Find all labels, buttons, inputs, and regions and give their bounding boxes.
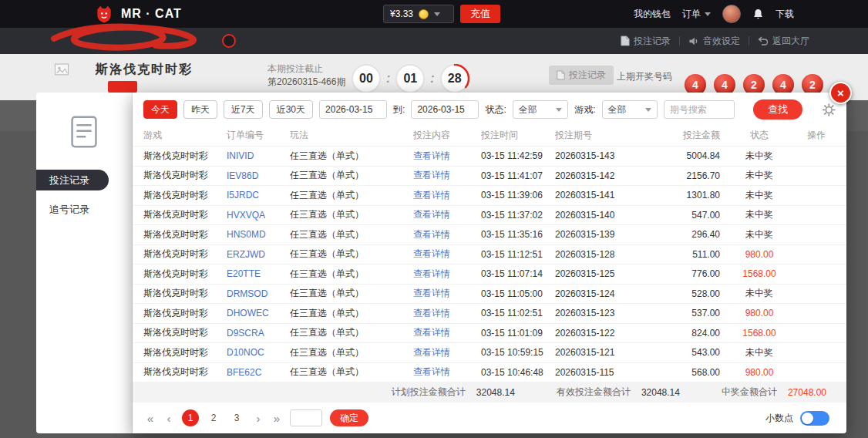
cell-view-details-link[interactable]: 查看详情: [413, 150, 481, 163]
cell-order-link[interactable]: I5JRDC: [227, 190, 290, 200]
deadline-label: 本期投注截止: [267, 62, 345, 76]
quick-range-button[interactable]: 昨天: [183, 100, 217, 119]
speaker-icon: [688, 36, 699, 46]
close-button[interactable]: ×: [829, 82, 852, 104]
cell-order-link[interactable]: DHOWEC: [227, 308, 290, 318]
cell-view-details-link[interactable]: 查看详情: [413, 248, 481, 261]
game-select[interactable]: 全部: [602, 100, 658, 119]
cell-amount: 296.40: [654, 229, 722, 240]
document-icon: [621, 35, 630, 46]
nav-bet-records-label: 投注记录: [634, 35, 671, 48]
table-row: 斯洛伐克时时彩 IEV86D 任三直选（单式） 查看详情 03-15 11:41…: [133, 166, 846, 186]
table-row: 斯洛伐克时时彩 DHOWEC 任三直选（单式） 查看详情 03-15 11:02…: [133, 303, 846, 323]
cell-status: 未中奖: [722, 189, 797, 202]
page-jump-input[interactable]: [290, 409, 322, 426]
cell-view-details-link[interactable]: 查看详情: [413, 366, 481, 379]
cell-game: 斯洛伐克时时彩: [143, 189, 227, 202]
date-to-input[interactable]: [411, 100, 479, 119]
cell-order-link[interactable]: IEV86D: [227, 170, 290, 181]
cell-order-link[interactable]: D10NOC: [227, 347, 290, 358]
cell-view-details-link[interactable]: 查看详情: [413, 326, 481, 339]
cell-time: 03-15 10:46:48: [481, 367, 555, 378]
cell-time: 03-15 11:07:14: [481, 268, 555, 279]
decimal-toggle[interactable]: [800, 411, 829, 426]
summary-win: 中奖金额合计 27048.00: [722, 386, 826, 399]
cell-time: 03-15 11:39:06: [481, 190, 555, 200]
download-link[interactable]: 下载: [775, 8, 794, 21]
cell-play: 任三直选（单式）: [290, 189, 413, 202]
cell-game: 斯洛伐克时时彩: [143, 248, 227, 261]
orders-dropdown[interactable]: 订单: [682, 8, 711, 21]
next-page-icon[interactable]: ›: [253, 412, 264, 425]
cell-view-details-link[interactable]: 查看详情: [413, 228, 481, 241]
cell-order-link[interactable]: HNS0MD: [227, 229, 290, 240]
page-button[interactable]: 1: [182, 409, 199, 426]
cat-logo-icon: [94, 4, 114, 24]
sub-nav: 投注记录 音效设定 返回大厅: [0, 28, 868, 54]
cell-order-link[interactable]: ERZJWD: [227, 249, 290, 260]
page-button[interactable]: 2: [205, 409, 222, 426]
first-page-icon[interactable]: «: [145, 412, 156, 425]
avatar[interactable]: [722, 5, 741, 23]
prev-page-icon[interactable]: ‹: [163, 412, 174, 425]
quick-range-button[interactable]: 近30天: [269, 100, 313, 119]
nav-circle-icon[interactable]: [222, 34, 236, 48]
cell-view-details-link[interactable]: 查看详情: [413, 346, 481, 359]
modal-sidebar: 投注记录 追号记录: [36, 93, 133, 433]
quick-range-button[interactable]: 今天: [143, 100, 177, 119]
coin-icon: [419, 9, 429, 19]
cell-view-details-link[interactable]: 查看详情: [413, 169, 481, 182]
cell-view-details-link[interactable]: 查看详情: [413, 268, 481, 281]
cell-view-details-link[interactable]: 查看详情: [413, 208, 481, 221]
page-button[interactable]: 3: [228, 409, 245, 426]
document-icon: [557, 70, 565, 80]
cell-game: 斯洛伐克时时彩: [143, 366, 227, 379]
nav-sound-settings[interactable]: 音效设定: [688, 35, 740, 48]
cell-game: 斯洛伐克时时彩: [143, 228, 227, 241]
cell-order-link[interactable]: HVXVQA: [227, 210, 290, 221]
sidebar-item-bet-records[interactable]: 投注记录: [36, 170, 109, 190]
cell-time: 03-15 11:35:16: [481, 229, 555, 240]
cell-view-details-link[interactable]: 查看详情: [413, 287, 481, 300]
cell-order-link[interactable]: DRMSOD: [227, 288, 290, 299]
header-actions: 操作: [797, 129, 836, 142]
search-button[interactable]: 查找: [753, 99, 802, 120]
issue-search-input[interactable]: [664, 100, 735, 119]
header-order: 订单编号: [227, 129, 290, 142]
quick-range-group: 今天昨天近7天近30天: [143, 100, 313, 119]
quick-range-button[interactable]: 近7天: [224, 100, 263, 119]
recharge-button[interactable]: 充值: [460, 5, 500, 23]
cell-order-link[interactable]: D9SCRA: [227, 328, 290, 339]
cell-issue: 20260315-141: [555, 190, 654, 200]
cell-order-link[interactable]: E20TTE: [227, 268, 290, 279]
cell-view-details-link[interactable]: 查看详情: [413, 189, 481, 202]
cell-amount: 528.00: [654, 288, 722, 299]
date-from-input[interactable]: [319, 100, 387, 119]
cell-game: 斯洛伐克时时彩: [143, 326, 227, 339]
gear-icon[interactable]: [823, 103, 836, 116]
cell-issue: 20260315-139: [555, 229, 654, 240]
summary-valid-label: 有效投注金额合计: [557, 386, 631, 399]
strip-bet-records-button[interactable]: 投注记录: [549, 66, 614, 85]
page-numbers: 123: [182, 409, 245, 426]
cell-view-details-link[interactable]: 查看详情: [413, 307, 481, 320]
balance-dropdown[interactable]: ¥3.33: [383, 5, 454, 23]
status-select[interactable]: 全部: [513, 100, 569, 119]
nav-bet-records[interactable]: 投注记录: [621, 35, 671, 48]
bell-icon[interactable]: [752, 8, 764, 20]
nav-back-to-lobby[interactable]: 返回大厅: [758, 35, 809, 48]
cell-game: 斯洛伐克时时彩: [143, 307, 227, 320]
cell-order-link[interactable]: BFE62C: [227, 367, 290, 378]
subnav-links: 投注记录 音效设定 返回大厅: [621, 28, 809, 54]
wallet-link[interactable]: 我的钱包: [634, 8, 671, 21]
sidebar-item-chase-records[interactable]: 追号记录: [36, 199, 132, 220]
countdown-seconds: 28: [440, 64, 469, 93]
last-page-icon[interactable]: »: [271, 412, 282, 425]
page-confirm-button[interactable]: 确定: [330, 409, 368, 426]
balance-amount: ¥3.33: [390, 8, 413, 19]
cell-time: 03-15 11:42:59: [481, 150, 555, 161]
cell-order-link[interactable]: INIVID: [227, 150, 290, 161]
cell-status: 未中奖: [722, 346, 797, 359]
table-body: 斯洛伐克时时彩 INIVID 任三直选（单式） 查看详情 03-15 11:42…: [133, 146, 846, 382]
cell-amount: 824.00: [654, 328, 722, 339]
